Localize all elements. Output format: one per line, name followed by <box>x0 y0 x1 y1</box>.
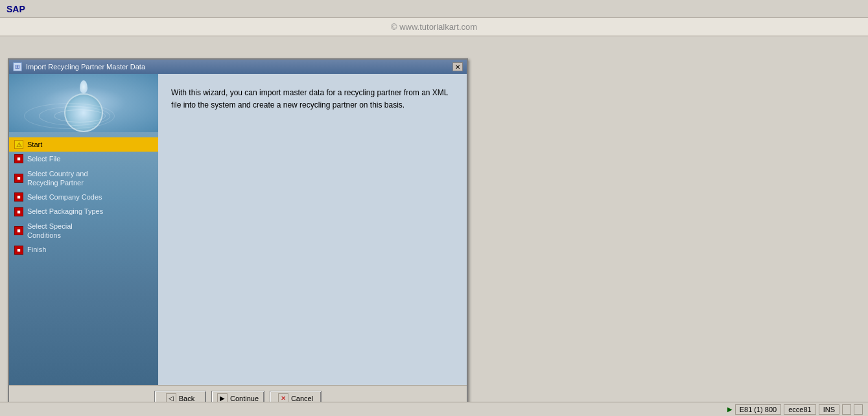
watermark-text: © www.tutorialkart.com <box>391 22 477 32</box>
step-select-file-icon: ■ <box>14 154 23 163</box>
step-finish-icon: ■ <box>14 246 23 255</box>
step-select-file[interactable]: ■ Select File <box>9 152 158 166</box>
watermark-bar: © www.tutorialkart.com <box>0 18 868 36</box>
content-description: With this wizard, you can import master … <box>171 87 454 111</box>
dialog-titlebar: ⊞ Import Recycling Partner Master Data ✕ <box>9 60 467 74</box>
cancel-label: Cancel <box>291 395 313 402</box>
dialog-title-icon: ⊞ <box>13 62 22 71</box>
status-bar: ▶ E81 (1) 800 ecce81 INS <box>0 402 868 416</box>
status-extra2 <box>854 404 863 415</box>
status-extra1 <box>842 404 851 415</box>
step-select-file-label: Select File <box>27 154 60 163</box>
step-finish[interactable]: ■ Finish <box>9 242 158 257</box>
step-select-packaging-label: Select Packaging Types <box>27 207 103 216</box>
ripple-3 <box>24 103 115 129</box>
step-select-country[interactable]: ■ Select Country andRecycling Partner <box>9 167 158 191</box>
wizard-image <box>9 74 158 132</box>
step-select-conditions[interactable]: ■ Select SpecialConditions <box>9 219 158 243</box>
dialog-window: ⊞ Import Recycling Partner Master Data ✕… <box>8 58 468 412</box>
wizard-steps: ⚠ Start ■ Select File ■ Select Country a… <box>9 132 158 385</box>
step-start-label: Start <box>27 140 42 149</box>
top-bar: SAP <box>0 0 868 18</box>
step-select-company[interactable]: ■ Select Company Codes <box>9 190 158 204</box>
step-start-icon: ⚠ <box>14 140 23 149</box>
continue-label: Continue <box>230 395 259 402</box>
water-drop <box>80 80 88 93</box>
status-system: E81 (1) 800 <box>735 404 781 415</box>
content-panel: With this wizard, you can import master … <box>158 74 467 385</box>
wizard-panel: ⚠ Start ■ Select File ■ Select Country a… <box>9 74 158 385</box>
step-start[interactable]: ⚠ Start <box>9 137 158 152</box>
step-select-company-label: Select Company Codes <box>27 192 102 202</box>
sap-logo: SAP <box>6 4 25 14</box>
step-finish-label: Finish <box>27 245 46 254</box>
step-select-country-label: Select Country andRecycling Partner <box>27 169 88 188</box>
step-select-conditions-icon: ■ <box>14 226 23 235</box>
status-mode: INS <box>819 404 839 415</box>
close-button[interactable]: ✕ <box>452 62 463 71</box>
dialog-title: Import Recycling Partner Master Data <box>26 63 145 71</box>
step-select-conditions-label: Select SpecialConditions <box>27 222 73 240</box>
status-arrow: ▶ <box>727 406 733 413</box>
status-user: ecce81 <box>784 404 815 415</box>
step-select-country-icon: ■ <box>14 174 23 183</box>
step-select-packaging-icon: ■ <box>14 207 23 216</box>
dialog-title-left: ⊞ Import Recycling Partner Master Data <box>13 62 145 71</box>
dialog-content: ⚠ Start ■ Select File ■ Select Country a… <box>9 74 467 385</box>
step-select-company-icon: ■ <box>14 192 23 202</box>
back-label: Back <box>179 395 194 402</box>
step-select-packaging[interactable]: ■ Select Packaging Types <box>9 204 158 218</box>
